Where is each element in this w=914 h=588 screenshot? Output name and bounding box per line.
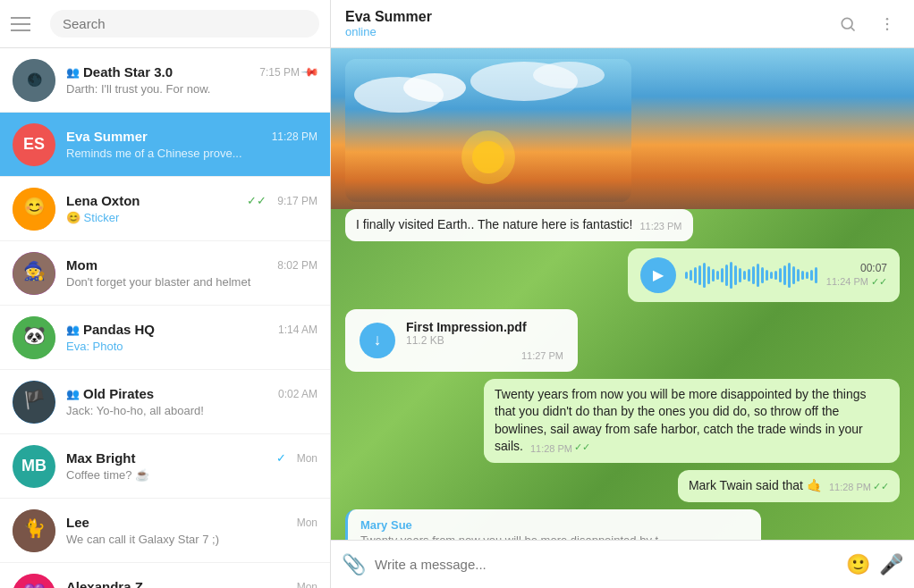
svg-point-16 — [886, 17, 889, 20]
group-icon: 👥 — [66, 323, 80, 336]
chat-area: Eva Summer online — [331, 0, 914, 588]
wave-bar — [712, 269, 715, 281]
chat-item-alexandra-z[interactable]: 💜 Alexandra Z Mon Workout_Shedule.pdf — [0, 563, 330, 588]
chat-name: Lena Oxton — [66, 193, 140, 208]
chat-info: Max Bright ✓Mon Coffee time? ☕ — [66, 450, 317, 482]
svg-point-14 — [842, 18, 852, 29]
chat-header-status: online — [345, 25, 835, 38]
avatar: 😊 — [13, 188, 55, 231]
chat-header-info: Eva Summer online — [345, 9, 835, 38]
chat-name: 👥 Old Pirates — [66, 386, 154, 401]
message-input[interactable] — [375, 557, 837, 572]
single-tick: ✓ — [276, 451, 286, 465]
text-message-right: Mark Twain said that 🤙11:28 PM✓✓ — [678, 470, 900, 502]
download-icon[interactable]: ↓ — [360, 323, 395, 358]
avatar: 🧙 — [13, 252, 55, 295]
svg-point-23 — [533, 62, 605, 88]
attach-button[interactable]: 📎 — [342, 553, 366, 576]
wave-bar — [783, 265, 786, 285]
chat-preview: 😊 Sticker — [66, 211, 317, 224]
chat-info: Eva Summer 11:28 PM Reminds me of a Chin… — [66, 129, 317, 160]
chat-item-eva-summer[interactable]: ES Eva Summer 11:28 PM Reminds me of a C… — [0, 113, 330, 177]
chat-name: Eva Summer — [66, 129, 148, 144]
message-row — [345, 59, 900, 202]
avatar: 🏴 — [13, 381, 55, 424]
wave-bar — [815, 267, 817, 283]
chat-preview: Jack: Yo-ho-ho, all aboard! — [66, 404, 317, 417]
wave-bar — [770, 272, 773, 279]
wave-bar — [797, 269, 800, 281]
chat-header: Eva Summer online — [331, 0, 914, 48]
wave-bar — [703, 263, 706, 288]
emoji-button[interactable]: 🙂 — [846, 553, 870, 576]
quote-message: Mary Sue Twenty years from now you will … — [345, 509, 761, 540]
svg-point-17 — [886, 22, 889, 25]
chat-info: 👥 Death Star 3.0 7:15 PM📌 Darth: I'll tr… — [66, 64, 317, 96]
play-button[interactable]: ▶ — [640, 257, 676, 293]
chat-item-death-star[interactable]: 🌑 👥 Death Star 3.0 7:15 PM📌 Darth: I'll … — [0, 48, 330, 113]
wave-bar — [734, 265, 737, 285]
wave-bar — [743, 271, 746, 280]
messages-content: I finally visited Earth.. The nature her… — [331, 48, 914, 540]
wave-bar — [801, 271, 804, 280]
search-box[interactable] — [50, 10, 319, 38]
image-placeholder — [345, 59, 631, 202]
message-row: Mary Sue Twenty years from now you will … — [345, 509, 900, 540]
file-name: First Impression.pdf — [406, 320, 563, 334]
search-input[interactable] — [63, 16, 307, 31]
avatar: 🐈 — [13, 509, 55, 552]
chat-item-max-bright[interactable]: MB Max Bright ✓Mon Coffee time? ☕ — [0, 434, 330, 499]
file-size: 11.2 KB — [406, 334, 563, 347]
chat-item-pandas-hq[interactable]: 🐼 👥 Pandas HQ 1:14 AM Eva: Photo — [0, 306, 330, 370]
quote-text: Twenty years from now you will be more d… — [360, 533, 718, 540]
chat-top: Lee Mon — [66, 515, 317, 530]
chat-info: Lena Oxton ✓✓9:17 PM 😊 Sticker — [66, 193, 317, 224]
message-row: ↓ First Impression.pdf 11.2 KB 11:27 PM — [345, 309, 900, 372]
wave-bar — [788, 263, 791, 288]
sidebar: 🌑 👥 Death Star 3.0 7:15 PM📌 Darth: I'll … — [0, 0, 331, 588]
messages-area[interactable]: I finally visited Earth.. The nature her… — [331, 48, 914, 540]
chat-name: 👥 Pandas HQ — [66, 322, 155, 337]
wave-bar — [761, 267, 764, 283]
message-ticks: ✓✓ — [574, 441, 590, 452]
menu-button[interactable] — [11, 10, 39, 38]
svg-text:🌑: 🌑 — [27, 71, 43, 87]
wave-bar — [685, 272, 688, 279]
search-chat-button[interactable] — [835, 12, 860, 37]
mic-button[interactable]: 🎤 — [879, 553, 903, 576]
chat-top: Max Bright ✓Mon — [66, 450, 317, 466]
avatar: 💜 — [13, 574, 55, 589]
message-row: Mark Twain said that 🤙11:28 PM✓✓ — [345, 470, 900, 502]
wave-bar — [748, 269, 750, 281]
chat-item-mom[interactable]: 🧙 Mom 8:02 PM Don't forget your blaster … — [0, 241, 330, 306]
chat-header-actions — [835, 12, 900, 37]
wave-bar — [730, 262, 732, 289]
chat-item-lee[interactable]: 🐈 Lee Mon We can call it Galaxy Star 7 ;… — [0, 499, 330, 563]
chat-time: 7:15 PM — [259, 66, 300, 79]
wave-bar — [721, 268, 724, 282]
svg-text:🏴: 🏴 — [23, 389, 46, 410]
svg-text:💜: 💜 — [23, 582, 46, 588]
svg-text:😊: 😊 — [23, 196, 46, 217]
chat-item-lena-oxton[interactable]: 😊 Lena Oxton ✓✓9:17 PM 😊 Sticker — [0, 177, 330, 241]
double-tick: ✓✓ — [247, 194, 267, 207]
chat-info: Lee Mon We can call it Galaxy Star 7 ;) — [66, 515, 317, 546]
chat-info: 👥 Pandas HQ 1:14 AM Eva: Photo — [66, 322, 317, 353]
chat-item-old-pirates[interactable]: 🏴 👥 Old Pirates 0:02 AM Jack: Yo-ho-ho, … — [0, 370, 330, 434]
chat-time: 1:14 AM — [278, 323, 317, 336]
more-options-button[interactable] — [875, 12, 900, 37]
wave-bar — [707, 266, 710, 284]
svg-text:🐼: 🐼 — [23, 324, 46, 346]
message-time: 11:28 PM — [829, 481, 871, 494]
chat-header-name: Eva Summer — [345, 9, 835, 25]
chat-name: Lee — [66, 515, 89, 530]
message-row: I finally visited Earth.. The nature her… — [345, 209, 900, 241]
message-row: Twenty years from now you will be more d… — [345, 379, 900, 463]
file-message: ↓ First Impression.pdf 11.2 KB 11:27 PM — [345, 309, 578, 372]
message-time: 11:23 PM — [639, 220, 681, 233]
audio-meta: 00:07 11:24 PM ✓✓ — [826, 262, 887, 288]
wave-bar — [806, 272, 808, 279]
text-message-right: Twenty years from now you will be more d… — [484, 379, 900, 463]
message-time: 11:24 PM ✓✓ — [826, 276, 887, 288]
chat-info: Mom 8:02 PM Don't forget your blaster an… — [66, 257, 317, 289]
